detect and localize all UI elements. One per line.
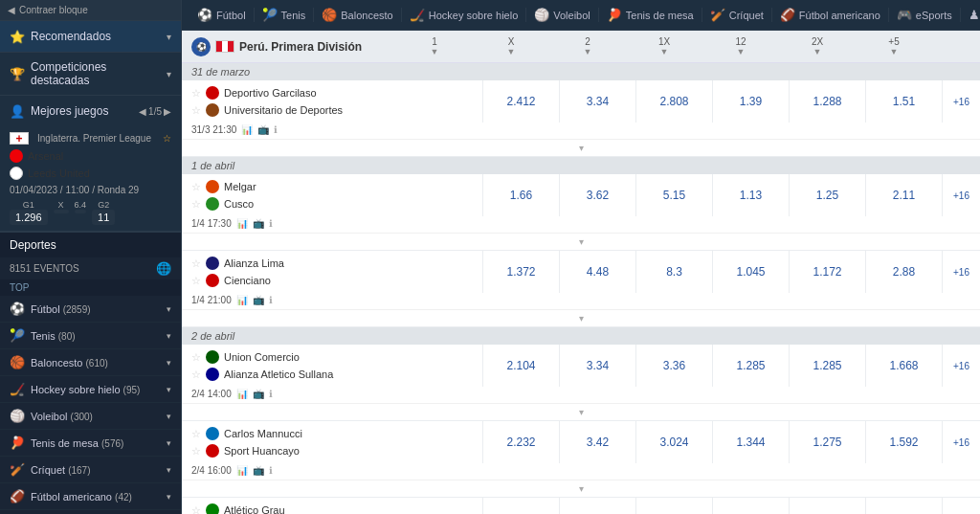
featured-odds-g1[interactable]: G1 1.296 — [10, 200, 48, 225]
odds-cell[interactable]: 2.808 — [635, 80, 712, 123]
fav-star-icon[interactable]: ☆ — [191, 87, 201, 100]
nav-item-esports[interactable]: 🎮eSports — [889, 8, 961, 22]
nav-item-baloncesto[interactable]: 🏀Baloncesto — [314, 8, 401, 22]
pagination-arrows[interactable]: ◀ 1/5 ▶ — [139, 106, 171, 117]
info-icon[interactable]: ℹ — [269, 465, 273, 476]
more-odds-cell[interactable]: +16 — [942, 80, 980, 123]
odds-cell[interactable]: 1.11 — [712, 498, 789, 514]
sidebar-item-hockey-sobre-hielo[interactable]: 🏒 Hockey sobre hielo (95) ▾ — [0, 376, 181, 403]
tv-icon[interactable]: 📺 — [253, 465, 264, 476]
sidebar-item-tenis-de-mesa[interactable]: 🏓 Tenis de mesa (576) ▾ — [0, 430, 181, 457]
fav-star-icon[interactable]: ☆ — [191, 445, 201, 458]
tv-icon[interactable]: 📺 — [253, 389, 264, 399]
nav-item-voleibol[interactable]: 🏐Voleibol — [526, 8, 599, 22]
odds-cell[interactable]: 2.11 — [865, 174, 942, 216]
odds-cell[interactable]: 1.39 — [712, 80, 789, 123]
odds-cell[interactable]: 3.36 — [635, 345, 712, 387]
expand-row[interactable]: ▾ — [182, 139, 980, 156]
odds-cell[interactable]: 5.15 — [635, 174, 712, 216]
odds-cell[interactable]: 1.592 — [865, 421, 942, 463]
odds-cell[interactable]: 1.372 — [482, 251, 559, 293]
odds-cell[interactable]: 1.045 — [712, 251, 789, 293]
sidebar-item-mejores[interactable]: 👤 Mejores juegos ◀ 1/5 ▶ — [0, 96, 181, 126]
nav-item-críquet[interactable]: 🏏Críquet — [702, 8, 772, 22]
odds-cell[interactable]: 1.285 — [789, 345, 865, 387]
odds-cell[interactable]: 1.288 — [789, 80, 865, 123]
fav-star-icon[interactable]: ☆ — [191, 369, 201, 381]
fav-star-icon[interactable]: ☆ — [163, 133, 171, 144]
odds-cell[interactable]: 3.024 — [635, 421, 712, 463]
odds-cell[interactable]: 2.104 — [482, 345, 559, 387]
more-odds-cell[interactable]: +16 — [942, 421, 980, 463]
expand-row[interactable]: ▾ — [182, 480, 980, 497]
info-icon[interactable]: ℹ — [274, 124, 278, 135]
odds-cell[interactable]: 1.542 — [482, 498, 559, 514]
fav-star-icon[interactable]: ☆ — [191, 104, 201, 117]
odds-cell[interactable]: 4.48 — [559, 251, 635, 293]
odds-cell[interactable]: 4.04 — [559, 498, 635, 514]
nav-item-fútbol[interactable]: ⚽Fútbol — [189, 8, 255, 22]
odds-cell[interactable]: 2.88 — [865, 251, 942, 293]
more-odds-cell[interactable]: +16 — [942, 345, 980, 387]
nav-item-tenis[interactable]: 🎾Tenis — [255, 8, 315, 22]
more-odds-cell[interactable]: +16 — [942, 251, 980, 293]
chart-icon[interactable]: 📊 — [236, 295, 248, 305]
info-icon[interactable]: ℹ — [269, 389, 273, 399]
odds-cell[interactable]: 2.342 — [865, 498, 942, 514]
odds-cell[interactable]: 3.42 — [559, 421, 635, 463]
odds-cell[interactable]: 3.34 — [559, 80, 635, 123]
more-odds-cell[interactable]: +16 — [942, 174, 980, 216]
odds-cell[interactable]: 3.34 — [559, 345, 635, 387]
chart-icon[interactable]: 📊 — [236, 218, 248, 229]
expand-row[interactable]: ▾ — [182, 309, 980, 326]
fav-star-icon[interactable]: ☆ — [191, 504, 201, 515]
featured-odds-x[interactable]: X — [54, 200, 69, 225]
sidebar-item-esports[interactable]: 🎮 eSports (210) ▾ — [0, 510, 181, 514]
odds-cell[interactable]: 2.412 — [482, 80, 559, 123]
odds-cell[interactable]: 1.25 — [789, 174, 865, 216]
fav-star-icon[interactable]: ☆ — [191, 257, 201, 270]
featured-odds-g2[interactable]: G2 11 — [92, 200, 115, 225]
info-icon[interactable]: ℹ — [269, 295, 273, 305]
nav-item-ajedrez[interactable]: ♟Ajedrez — [961, 8, 980, 22]
globe-icon[interactable]: 🌐 — [156, 261, 171, 276]
odds-cell[interactable]: 1.344 — [712, 421, 789, 463]
odds-cell[interactable]: 1.275 — [789, 421, 865, 463]
chart-icon[interactable]: 📊 — [236, 389, 248, 399]
sidebar-item-voleibol[interactable]: 🏐 Voleibol (300) ▾ — [0, 403, 181, 430]
fav-star-icon[interactable]: ☆ — [191, 351, 201, 364]
odds-cell[interactable]: 1.13 — [712, 174, 789, 216]
chart-icon[interactable]: 📊 — [236, 465, 248, 476]
odds-cell[interactable]: 1.66 — [482, 174, 559, 216]
odds-cell[interactable]: 2.232 — [482, 421, 559, 463]
nav-item-tenis-de-mesa[interactable]: 🏓Tenis de mesa — [599, 8, 702, 22]
expand-row[interactable]: ▾ — [182, 403, 980, 420]
sidebar-item-baloncesto[interactable]: 🏀 Baloncesto (610) ▾ — [0, 349, 181, 376]
fav-star-icon[interactable]: ☆ — [191, 275, 201, 287]
fav-star-icon[interactable]: ☆ — [191, 181, 201, 193]
sidebar-item-fútbol-americano[interactable]: 🏈 Fútbol americano (42) ▾ — [0, 483, 181, 510]
expand-row[interactable]: ▾ — [182, 233, 980, 250]
fav-star-icon[interactable]: ☆ — [191, 428, 201, 440]
odds-cell[interactable]: 1.205 — [789, 498, 865, 514]
sidebar-item-fútbol[interactable]: ⚽ Fútbol (2859) ▾ — [0, 296, 181, 323]
nav-item-hockey-sobre-hielo[interactable]: 🏒Hockey sobre hielo — [402, 8, 527, 22]
tv-icon[interactable]: 📺 — [257, 124, 269, 135]
collapse-button[interactable]: ◀ Contraer bloque — [0, 0, 181, 21]
odds-cell[interactable]: 1.285 — [712, 345, 789, 387]
chart-icon[interactable]: 📊 — [241, 124, 253, 135]
sidebar-item-tenis[interactable]: 🎾 Tenis (80) ▾ — [0, 323, 181, 349]
info-icon[interactable]: ℹ — [269, 218, 273, 229]
odds-cell[interactable]: 1.172 — [789, 251, 865, 293]
odds-cell[interactable]: 5.7 — [635, 498, 712, 514]
more-odds-cell[interactable]: +16 — [942, 498, 980, 514]
fav-star-icon[interactable]: ☆ — [191, 198, 201, 211]
odds-cell[interactable]: 1.51 — [865, 80, 942, 123]
tv-icon[interactable]: 📺 — [253, 295, 264, 305]
tv-icon[interactable]: 📺 — [253, 218, 264, 229]
nav-item-fútbol-americano[interactable]: 🏈Fútbol americano — [772, 8, 889, 22]
sidebar-item-recomendados[interactable]: ⭐ Recomendados ▾ — [0, 21, 181, 52]
odds-cell[interactable]: 8.3 — [635, 251, 712, 293]
sidebar-item-competiciones[interactable]: 🏆 Competiciones destacadas ▾ — [0, 53, 181, 95]
odds-cell[interactable]: 1.668 — [865, 345, 942, 387]
